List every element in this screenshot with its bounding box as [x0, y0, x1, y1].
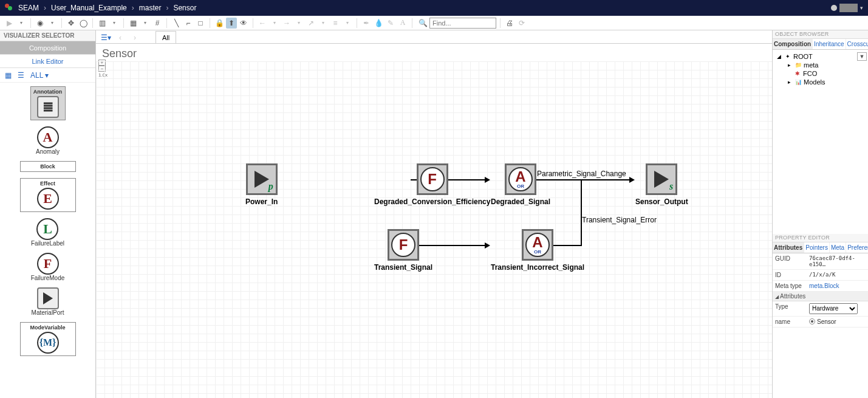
menu-icon[interactable]: ≡: [330, 18, 341, 29]
canvas-tabs: ☰▾ ‹ › All: [96, 30, 772, 44]
tab-composition[interactable]: Composition: [773, 39, 813, 49]
node-degraded-signal[interactable]: AOR Degraded_Signal: [491, 163, 550, 206]
effect-icon: E: [37, 188, 59, 210]
move-icon[interactable]: ✥: [66, 18, 77, 29]
tree-node[interactable]: ✱FCO: [775, 69, 866, 78]
user-menu[interactable]: ▾: [831, 4, 863, 12]
lock-icon[interactable]: 🔒: [214, 18, 225, 29]
refresh-icon[interactable]: ⟳: [516, 18, 527, 29]
user-name-placeholder: [839, 4, 858, 12]
palette-effect[interactable]: Effect E: [20, 178, 76, 212]
palette-anomaly[interactable]: A Anomaly: [36, 126, 60, 155]
dropdown-icon[interactable]: ▾: [109, 18, 120, 29]
arrow-left-icon[interactable]: ←: [257, 18, 268, 29]
square-icon[interactable]: □: [195, 18, 206, 29]
hash-icon[interactable]: #: [152, 18, 163, 29]
tree-root[interactable]: ◢✦ROOT: [775, 52, 866, 61]
node-degraded-eff[interactable]: F Degraded_Conversion_Efficiency: [374, 163, 490, 206]
play-icon[interactable]: ▶: [4, 18, 15, 29]
triangle-icon: [255, 171, 269, 188]
nav-fwd-icon[interactable]: ›: [129, 32, 141, 43]
prop-id: ID/1/x/a/K: [773, 270, 868, 281]
drop-icon[interactable]: 💧: [373, 18, 384, 29]
text-icon[interactable]: A: [397, 18, 408, 29]
ink-icon[interactable]: ✒: [361, 18, 372, 29]
circle-icon[interactable]: ◯: [78, 18, 89, 29]
record-icon[interactable]: ◉: [35, 18, 46, 29]
columns-icon[interactable]: ▥: [97, 18, 108, 29]
tree-node[interactable]: ▸📊Models: [775, 78, 866, 86]
prop-type: TypeHardware: [773, 301, 868, 317]
breadcrumb[interactable]: master: [139, 4, 162, 12]
palette-annotation[interactable]: Annotation ≣: [30, 86, 66, 120]
diagram-canvas[interactable]: LL Parametric_Signal_Change Transient_Si…: [96, 61, 772, 398]
filter-all[interactable]: ALL ▾: [30, 71, 49, 80]
tab-meta[interactable]: Meta: [830, 242, 846, 253]
dropdown-icon[interactable]: ▾: [293, 18, 304, 29]
tab-inheritance[interactable]: Inheritance: [813, 39, 846, 49]
dropdown-icon[interactable]: ▾: [269, 18, 280, 29]
right-panel: OBJECT BROWSER Composition Inheritance C…: [772, 30, 868, 398]
dropdown-icon[interactable]: ▾: [318, 18, 329, 29]
palette-block[interactable]: Block: [20, 161, 76, 172]
prop-metatype: Meta typemeta.Block: [773, 281, 868, 292]
node-power-in[interactable]: p Power_In: [245, 163, 278, 206]
palette-modevariable[interactable]: ModeVariable {M}: [20, 322, 76, 356]
palette-failurelabel[interactable]: L FailureLabel: [31, 218, 64, 247]
arrow-right-icon[interactable]: →: [281, 18, 292, 29]
search-input[interactable]: [429, 18, 496, 29]
tree-node[interactable]: ▸📁meta: [775, 61, 866, 69]
prop-section-attributes[interactable]: ◢Attributes: [773, 292, 868, 301]
breadcrumb[interactable]: Sensor: [173, 4, 196, 12]
failurelabel-icon: L: [36, 218, 58, 240]
prop-name: nameSensor: [773, 317, 868, 328]
eye-icon[interactable]: 👁: [238, 18, 249, 29]
object-browser-header: OBJECT BROWSER: [773, 30, 868, 39]
breadcrumb[interactable]: User_Manual_Example: [51, 4, 127, 12]
failuremode-icon: F: [37, 253, 59, 275]
tab-preferences[interactable]: Preferences: [846, 242, 868, 253]
arrowhead-icon: [629, 177, 635, 183]
breadcrumb[interactable]: SEAM: [18, 4, 39, 12]
tab-pointers[interactable]: Pointers: [804, 242, 830, 253]
palette-failuremode[interactable]: F FailureMode: [31, 253, 65, 281]
type-select[interactable]: Hardware: [809, 303, 858, 314]
print-icon[interactable]: 🖨: [504, 18, 515, 29]
user-icon: [831, 5, 837, 11]
dropdown-icon[interactable]: ▾: [47, 18, 58, 29]
filter-icon[interactable]: ▼: [857, 52, 867, 61]
pencil-icon[interactable]: ✎: [385, 18, 396, 29]
node-transient-signal[interactable]: F Transient_Signal: [374, 229, 432, 272]
app-logo-icon: [5, 4, 13, 12]
tab-link-editor[interactable]: Link Editor: [0, 55, 95, 68]
chevron-down-icon: ▾: [860, 5, 863, 11]
nav-back-icon[interactable]: ‹: [114, 32, 126, 43]
prop-guid: GUID76caec87-0df4-e150…: [773, 253, 868, 270]
palette-materialport[interactable]: MaterialPort: [32, 287, 64, 316]
upload-icon[interactable]: ⬆: [226, 18, 237, 29]
dropdown-icon[interactable]: ▾: [342, 18, 353, 29]
node-transient-incorrect[interactable]: AOR Transient_Incorrect_Signal: [491, 229, 584, 272]
tab-attributes[interactable]: Attributes: [773, 242, 804, 253]
arrowhead-icon: [485, 242, 490, 249]
property-body: GUID76caec87-0df4-e150… ID/1/x/a/K Meta …: [773, 253, 868, 399]
arrow-diag-icon[interactable]: ↗: [306, 18, 316, 29]
search-icon: 🔍: [419, 19, 428, 27]
tab-all[interactable]: All: [155, 31, 176, 43]
node-sensor-output[interactable]: s Sensor_Output: [635, 163, 688, 206]
chevron-right-icon: ›: [44, 4, 46, 12]
angle-icon[interactable]: ⌐: [183, 18, 194, 29]
list-view-icon[interactable]: ☰: [18, 71, 24, 80]
dropdown-icon[interactable]: ▾: [16, 18, 27, 29]
line-icon[interactable]: ╲: [171, 18, 182, 29]
list-view-icon[interactable]: ☰▾: [100, 32, 112, 43]
grid-icon[interactable]: ▦: [128, 18, 138, 29]
tab-composition[interactable]: Composition: [0, 41, 95, 55]
grid-view-icon[interactable]: ▦: [5, 71, 12, 80]
property-editor-header: PROPERTY EDITOR: [773, 234, 868, 242]
anomaly-icon: A: [37, 126, 59, 148]
dropdown-icon[interactable]: ▾: [140, 18, 151, 29]
edge-label: Transient_Signal_Error: [582, 216, 657, 224]
tab-crosscut[interactable]: Crosscut: [846, 39, 868, 49]
document-icon: ≣: [37, 96, 59, 118]
